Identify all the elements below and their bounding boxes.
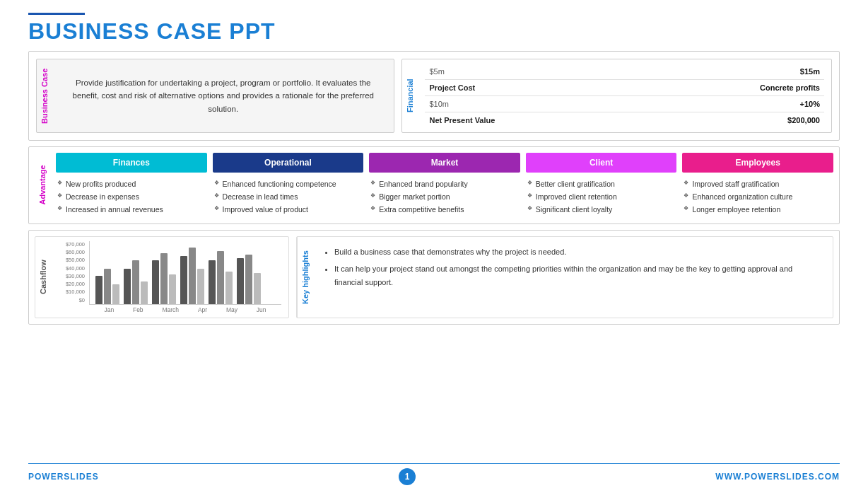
y-label: $50,000 (58, 257, 85, 263)
x-label-apr: Apr (198, 306, 207, 313)
advantage-col-finances: Finances New profits produced Decrease i… (56, 153, 207, 218)
y-label: $60,000 (58, 249, 85, 255)
key-highlights-content: Build a business case that demonstrates … (313, 237, 833, 318)
bar (225, 272, 233, 304)
bottom-section: Cashflow $70,000 $60,000 $50,000 $40,000… (28, 230, 840, 325)
financial-box: Financial $5m $15m Project Cost Concrete… (401, 59, 832, 133)
chart-x-labels: Jan Feb March Apr May Jun (89, 305, 281, 313)
fin-value-1: $15m (800, 67, 820, 76)
bar-group-feb (124, 260, 148, 304)
list-item: Improved value of product (214, 204, 363, 216)
bar (237, 258, 244, 304)
header-accent-line (28, 13, 85, 15)
x-label-march: March (162, 306, 179, 313)
bar (180, 256, 187, 304)
fin-label-2: Project Cost (429, 83, 475, 92)
fin-label-3: $10m (429, 100, 449, 108)
highlight-item-1: Build a business case that demonstrates … (334, 245, 821, 259)
fin-value-3: +10% (800, 100, 820, 108)
col-body-employees: Improved staff gratification Enhanced or… (682, 177, 833, 218)
col-body-operational: Enhanced functioning competence Decrease… (213, 177, 364, 218)
financial-row-1: $5m $15m (425, 64, 824, 80)
col-header-operational: Operational (213, 153, 364, 173)
title-part1: BUSINESS (28, 18, 156, 44)
fin-label-1: $5m (429, 67, 444, 76)
list-item: Decrease in expenses (57, 191, 206, 204)
col-body-market: Enhanced brand popularity Bigger market … (369, 177, 520, 218)
x-label-may: May (226, 306, 237, 313)
bar (254, 273, 261, 304)
list-item: Extra competitive benefits (370, 204, 519, 216)
footer-page-number: 1 (399, 468, 416, 485)
chart-area: $70,000 $60,000 $50,000 $40,000 $30,000 … (51, 237, 288, 318)
page-title: BUSINESS CASE PPT (28, 19, 840, 44)
footer-url: WWW.POWERSLIDES.COM (715, 472, 840, 482)
brand-part2: SLIDES (64, 472, 98, 482)
bar (132, 260, 139, 304)
highlight-item-2: It can help your project stand out among… (334, 262, 821, 289)
list-item: Bigger market portion (370, 191, 519, 204)
footer-brand: POWERSLIDES (28, 472, 99, 482)
list-item: Better client gratification (527, 178, 676, 191)
fin-value-2: Concrete profits (760, 83, 820, 92)
col-body-client: Better client gratification Improved cli… (526, 177, 677, 218)
main-content: Business Case Provide justification for … (28, 51, 840, 460)
bar-group-may (209, 251, 233, 304)
bar (245, 255, 252, 304)
list-item: Enhanced brand popularity (370, 178, 519, 191)
financial-label: Financial (402, 59, 418, 132)
list-item: Increased in annual revenues (57, 204, 206, 216)
header-section: BUSINESS CASE PPT (28, 0, 840, 51)
bar (104, 269, 111, 304)
advantage-col-market: Market Enhanced brand popularity Bigger … (369, 153, 520, 218)
advantage-label: Advantage (35, 153, 50, 218)
list-item: Significant client loyalty (527, 204, 676, 216)
advantage-section: Advantage Finances New profits produced … (28, 146, 840, 224)
list-item: Improved staff gratification (684, 178, 832, 191)
bar-group-jun (237, 255, 261, 304)
advantage-col-operational: Operational Enhanced functioning compete… (213, 153, 364, 218)
bar-group-jan (95, 269, 119, 304)
chart-container (89, 241, 281, 305)
footer: POWERSLIDES 1 WWW.POWERSLIDES.COM (28, 463, 840, 488)
x-label-feb: Feb (133, 306, 143, 313)
key-highlights-box: Key highlights Build a business case tha… (296, 236, 833, 318)
list-item: Decrease in lead times (214, 191, 363, 204)
bar (95, 276, 102, 304)
x-label-jun: Jun (257, 306, 266, 313)
financial-row-4: Net Present Value $200,000 (425, 112, 824, 128)
top-section: Business Case Provide justification for … (28, 51, 840, 141)
bar (189, 248, 196, 304)
y-label: $20,000 (58, 281, 85, 287)
y-label: $0 (58, 297, 85, 303)
col-header-employees: Employees (682, 153, 833, 173)
bar-group-apr (180, 248, 204, 304)
cashflow-box: Cashflow $70,000 $60,000 $50,000 $40,000… (35, 236, 289, 318)
y-label: $30,000 (58, 273, 85, 279)
y-label: $10,000 (58, 289, 85, 295)
y-label: $70,000 (58, 241, 85, 248)
fin-value-4: $200,000 (787, 116, 820, 124)
financial-row-2: Project Cost Concrete profits (425, 80, 824, 96)
slide: BUSINESS CASE PPT Business Case Provide … (0, 0, 868, 488)
bar-group-march (152, 253, 176, 304)
bar (112, 284, 119, 304)
list-item: Enhanced organization culture (684, 191, 832, 204)
bar (217, 251, 224, 304)
bar (209, 260, 216, 304)
list-item: Enhanced functioning competence (214, 178, 363, 191)
col-header-finances: Finances (56, 153, 207, 173)
cashflow-label: Cashflow (35, 237, 51, 318)
advantage-col-employees: Employees Improved staff gratification E… (682, 153, 833, 218)
title-part2: CASE PPT (156, 18, 275, 44)
x-label-jan: Jan (104, 306, 114, 313)
list-item: New profits produced (57, 178, 206, 191)
bar (197, 269, 204, 304)
bar (141, 281, 148, 304)
bar (124, 269, 131, 304)
advantage-columns: Finances New profits produced Decrease i… (56, 153, 833, 218)
business-case-label: Business Case (37, 59, 52, 132)
brand-part1: POWER (28, 472, 64, 482)
business-case-box: Business Case Provide justification for … (36, 59, 394, 133)
fin-label-4: Net Present Value (429, 116, 495, 124)
